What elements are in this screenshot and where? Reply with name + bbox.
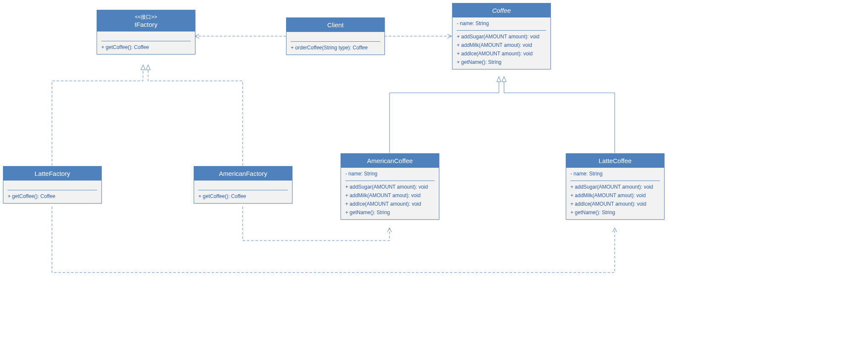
method: + orderCoffee(String type): Coffee bbox=[291, 43, 380, 52]
class-americancoffee-title: AmericanCoffee bbox=[341, 154, 439, 168]
class-name: AmericanCoffee bbox=[343, 157, 437, 164]
class-americanfactory-title: AmericanFactory bbox=[194, 166, 292, 181]
attr-section bbox=[3, 181, 101, 190]
method-section: + getCoffee(): Coffee bbox=[97, 41, 195, 54]
method-section: + getCoffee(): Coffee bbox=[3, 190, 101, 203]
attr-section: - name: String bbox=[566, 168, 664, 181]
method: + addSugar(AMOUNT amount): void bbox=[570, 183, 660, 191]
gen-americancoffee-coffee bbox=[390, 77, 499, 153]
method: + addIce(AMOUNT amount): void bbox=[345, 200, 435, 208]
realize-lattefactory-ifactory bbox=[52, 65, 143, 166]
attribute: - name: String bbox=[345, 169, 435, 178]
class-americanfactory: AmericanFactory + getCoffee(): Coffee bbox=[194, 166, 292, 204]
method-section: + addSugar(AMOUNT amount): void + addMil… bbox=[341, 181, 439, 219]
attr-section: - name: String bbox=[341, 168, 439, 181]
method: + getCoffee(): Coffee bbox=[8, 192, 97, 201]
dep-lattefactory-lattecoffee bbox=[52, 207, 615, 273]
method: + getName(): String bbox=[457, 58, 546, 66]
attr-section: - name: String bbox=[453, 17, 550, 30]
attribute: - name: String bbox=[457, 19, 546, 28]
attr-section bbox=[194, 181, 292, 190]
class-name: AmericanFactory bbox=[196, 170, 290, 177]
method: + addMilk(AMOUNT amout): void bbox=[345, 191, 435, 200]
class-americancoffee: AmericanCoffee - name: String + addSugar… bbox=[341, 153, 439, 220]
method: + getName(): String bbox=[345, 208, 435, 217]
class-name: LatteFactory bbox=[5, 170, 100, 177]
class-coffee: Coffee - name: String + addSugar(AMOUNT … bbox=[452, 3, 551, 69]
class-client: Client + orderCoffee(String type): Coffe… bbox=[286, 17, 385, 55]
class-lattefactory: LatteFactory + getCoffee(): Coffee bbox=[3, 166, 102, 204]
class-lattefactory-title: LatteFactory bbox=[3, 166, 101, 181]
class-name: Client bbox=[288, 21, 383, 29]
attr-section bbox=[97, 32, 195, 41]
class-name: IFactory bbox=[99, 21, 193, 28]
method: + getCoffee(): Coffee bbox=[101, 43, 191, 52]
method-section: + addSugar(AMOUNT amount): void + addMil… bbox=[453, 31, 550, 69]
method: + addIce(AMOUNT amount): void bbox=[457, 49, 546, 58]
method: + addMilk(AMOUNT amout): void bbox=[457, 41, 546, 49]
method: + addSugar(AMOUNT amount): void bbox=[457, 32, 546, 41]
method: + addIce(AMOUNT amount): void bbox=[570, 200, 660, 208]
method-section: + orderCoffee(String type): Coffee bbox=[286, 42, 384, 55]
gen-lattecoffee-coffee bbox=[504, 77, 615, 153]
class-name: Coffee bbox=[454, 7, 549, 14]
method: + addMilk(AMOUNT amout): void bbox=[570, 191, 660, 200]
method-section: + addSugar(AMOUNT amount): void + addMil… bbox=[566, 181, 664, 219]
method: + addSugar(AMOUNT amount): void bbox=[345, 183, 435, 191]
class-lattecoffee-title: LatteCoffee bbox=[566, 154, 664, 168]
method: + getCoffee(): Coffee bbox=[198, 192, 288, 201]
realize-americanfactory-ifactory bbox=[148, 65, 243, 166]
class-lattecoffee: LatteCoffee - name: String + addSugar(AM… bbox=[566, 153, 665, 220]
class-client-title: Client bbox=[286, 18, 384, 32]
method-section: + getCoffee(): Coffee bbox=[194, 190, 292, 203]
method: + getName(): String bbox=[570, 208, 660, 217]
attribute: - name: String bbox=[570, 169, 660, 178]
attr-section bbox=[286, 32, 384, 41]
stereotype-label: <<接口>> bbox=[99, 14, 193, 21]
class-ifactory-title: <<接口>> IFactory bbox=[97, 10, 195, 32]
class-name: LatteCoffee bbox=[568, 157, 662, 164]
class-ifactory: <<接口>> IFactory + getCoffee(): Coffee bbox=[97, 10, 195, 55]
class-coffee-title: Coffee bbox=[453, 3, 550, 17]
